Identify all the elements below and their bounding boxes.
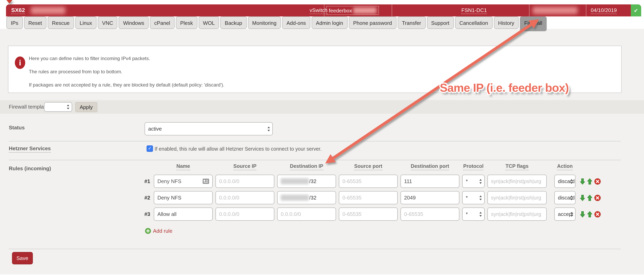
tab-admin-login[interactable]: Admin login bbox=[312, 16, 348, 29]
server-header-bar: SX62 vSwitch feederbox FSN1-DC1 04/10/20… bbox=[6, 4, 641, 16]
info-line-1: Here you can define rules to filter inco… bbox=[29, 56, 150, 61]
destination-port-input[interactable] bbox=[400, 191, 459, 204]
source-ip-input[interactable] bbox=[216, 208, 274, 221]
source-port-input[interactable] bbox=[339, 175, 398, 188]
vswitch-link[interactable]: vSwitch bbox=[310, 4, 328, 16]
rules-header-row: Name Source IP Destination IP Source por… bbox=[142, 164, 644, 170]
source-ip-input[interactable] bbox=[216, 175, 274, 188]
tab-reset[interactable]: Reset bbox=[24, 16, 46, 29]
protocol-select[interactable]: * bbox=[462, 208, 484, 221]
datacenter-link[interactable]: FSN1-DC1 bbox=[461, 4, 487, 16]
add-plus-icon bbox=[145, 228, 151, 234]
move-rule-down-icon[interactable] bbox=[580, 194, 585, 201]
tab-history[interactable]: History bbox=[494, 16, 519, 29]
action-select[interactable]: discard bbox=[554, 175, 576, 188]
destination-ip-input[interactable] bbox=[277, 208, 336, 221]
tab-bar: IPs Reset Rescue Linux VNC Windows cPane… bbox=[6, 16, 547, 31]
tcp-flags-input[interactable] bbox=[488, 175, 547, 188]
rule-name-input[interactable] bbox=[154, 208, 213, 221]
header-divider bbox=[586, 4, 586, 16]
tcp-flags-input[interactable] bbox=[488, 208, 547, 221]
hetzner-services-checkbox[interactable]: ✓ bbox=[146, 146, 153, 152]
tab-plesk[interactable]: Plesk bbox=[176, 16, 198, 29]
firewall-template-select[interactable] bbox=[44, 102, 72, 112]
annotation-text: Same IP (i.e. feeder box) bbox=[440, 81, 569, 94]
destination-ip-input[interactable]: /32 bbox=[277, 191, 336, 204]
tab-cancellation[interactable]: Cancellation bbox=[455, 16, 492, 29]
server-type-label[interactable]: SX62 bbox=[11, 4, 25, 16]
delete-rule-icon[interactable] bbox=[594, 178, 601, 184]
rule-name-input[interactable] bbox=[154, 191, 213, 204]
status-label: Status bbox=[9, 124, 25, 130]
tab-cpanel[interactable]: cPanel bbox=[150, 16, 174, 29]
rule-name-input[interactable]: Deny NFS bbox=[154, 175, 213, 188]
move-rule-up-icon[interactable] bbox=[587, 178, 592, 184]
col-header-action: Action bbox=[554, 164, 576, 170]
tab-addons[interactable]: Add-ons bbox=[282, 16, 310, 29]
hetzner-services-label: Hetzner Services bbox=[9, 146, 51, 152]
rule-row-1: #1 Deny NFS /32 * discard bbox=[142, 175, 644, 188]
move-rule-up-icon[interactable] bbox=[587, 194, 592, 201]
select-stepper-icon bbox=[67, 104, 70, 109]
move-rule-up-icon[interactable] bbox=[587, 211, 592, 217]
select-stepper-icon bbox=[480, 195, 482, 200]
tab-rescue[interactable]: Rescue bbox=[48, 16, 74, 29]
destination-ip-input[interactable]: /32 bbox=[277, 175, 336, 188]
protocol-select[interactable]: * bbox=[462, 191, 484, 204]
rule-number: #1 bbox=[142, 178, 151, 184]
protocol-select[interactable]: * bbox=[462, 175, 484, 188]
paid-until-date[interactable]: 04/10/2019 bbox=[591, 4, 617, 16]
redacted-destination-ip bbox=[281, 178, 309, 184]
tab-linux[interactable]: Linux bbox=[75, 16, 96, 29]
col-header-tcp-flags: TCP flags bbox=[488, 164, 547, 170]
row-divider bbox=[9, 249, 621, 249]
col-header-source-ip: Source IP bbox=[216, 164, 274, 170]
add-rule-link[interactable]: Add rule bbox=[145, 228, 172, 234]
delete-rule-icon[interactable] bbox=[594, 211, 601, 217]
firewall-template-label: Firewall template: bbox=[9, 104, 50, 110]
rule-number: #3 bbox=[142, 211, 151, 217]
select-stepper-icon bbox=[268, 126, 270, 131]
apply-button[interactable]: Apply bbox=[75, 102, 97, 112]
select-stepper-icon bbox=[570, 212, 573, 216]
col-header-name: Name bbox=[154, 164, 213, 170]
rule-row-2: #2 /32 * discard bbox=[142, 191, 644, 204]
redacted-server-name bbox=[31, 7, 65, 14]
tab-support[interactable]: Support bbox=[427, 16, 454, 29]
status-select[interactable]: active bbox=[144, 122, 273, 136]
tab-backup[interactable]: Backup bbox=[220, 16, 247, 29]
tab-transfer[interactable]: Transfer bbox=[398, 16, 426, 29]
tab-phone-password[interactable]: Phone password bbox=[349, 16, 396, 29]
col-header-destination-port: Destination port bbox=[400, 164, 459, 170]
source-port-input[interactable] bbox=[339, 208, 398, 221]
info-line-3: If packages are not accepted by a rule, … bbox=[29, 82, 224, 88]
source-ip-input[interactable] bbox=[216, 191, 274, 204]
rule-row-3: #3 * accept bbox=[142, 208, 644, 221]
action-select[interactable]: discard bbox=[554, 191, 576, 204]
tab-firewall[interactable]: Firewall bbox=[520, 16, 547, 31]
select-stepper-icon bbox=[480, 212, 482, 216]
info-icon: i bbox=[15, 56, 25, 69]
server-name-field[interactable]: feederbox bbox=[326, 6, 379, 15]
tab-vnc[interactable]: VNC bbox=[98, 16, 118, 29]
top-arrow-tip bbox=[6, 0, 12, 4]
destination-port-input[interactable] bbox=[400, 208, 459, 221]
header-divider bbox=[324, 4, 324, 16]
tab-wol[interactable]: WOL bbox=[198, 16, 219, 29]
page-viewport: SX62 vSwitch feederbox FSN1-DC1 04/10/20… bbox=[0, 0, 644, 278]
move-rule-down-icon[interactable] bbox=[580, 211, 585, 217]
source-port-input[interactable] bbox=[339, 191, 398, 204]
tab-windows[interactable]: Windows bbox=[119, 16, 149, 29]
move-rule-down-icon[interactable] bbox=[580, 178, 585, 184]
destination-port-input[interactable] bbox=[400, 175, 459, 188]
tcp-flags-input[interactable] bbox=[488, 191, 547, 204]
tab-ips[interactable]: IPs bbox=[6, 16, 23, 29]
autofill-contact-icon[interactable] bbox=[203, 179, 209, 184]
select-stepper-icon bbox=[480, 179, 482, 184]
action-select[interactable]: accept bbox=[554, 208, 576, 221]
row-divider bbox=[9, 141, 621, 142]
rules-table: Name Source IP Destination IP Source por… bbox=[142, 164, 644, 224]
tab-monitoring[interactable]: Monitoring bbox=[248, 16, 281, 29]
delete-rule-icon[interactable] bbox=[594, 194, 601, 201]
save-button[interactable]: Save bbox=[12, 252, 33, 264]
